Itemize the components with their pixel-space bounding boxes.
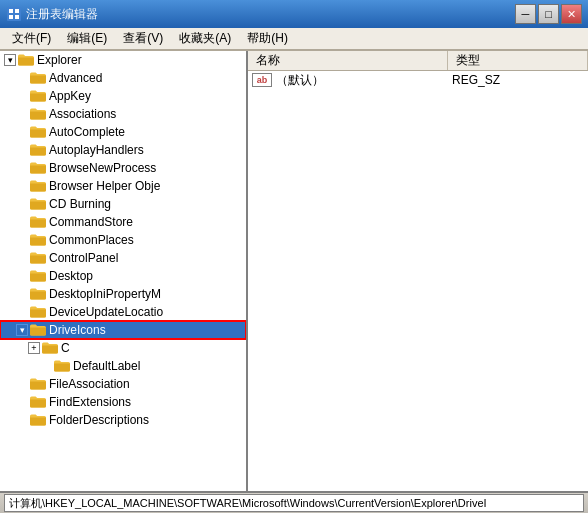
folder-icon-findext — [30, 395, 46, 409]
table-body: ab （默认） REG_SZ — [248, 71, 588, 491]
folder-icon-desktop — [30, 269, 46, 283]
cell-name: ab （默认） — [248, 72, 448, 89]
menu-edit[interactable]: 编辑(E) — [59, 28, 115, 49]
tree-item-autoplayhandlers[interactable]: AutoplayHandlers — [0, 141, 246, 159]
close-button[interactable]: ✕ — [561, 4, 582, 24]
no-expand-autocomplete — [16, 126, 28, 138]
main-content: ▾ Explorer Advanced AppKey Associations … — [0, 50, 588, 491]
tree-label-explorer: Explorer — [37, 53, 82, 67]
no-expand-advanced — [16, 72, 28, 84]
tree-item-fileassociation[interactable]: FileAssociation — [0, 375, 246, 393]
folder-icon-driveicons — [30, 323, 46, 337]
app-icon — [6, 6, 22, 22]
tree-item-commandstore[interactable]: CommandStore — [0, 213, 246, 231]
folder-icon-explorer — [18, 53, 34, 67]
no-expand-browsenewprocess — [16, 162, 28, 174]
tree-item-findextensions[interactable]: FindExtensions — [0, 393, 246, 411]
tree-label-advanced: Advanced — [49, 71, 102, 85]
no-expand-desktop — [16, 270, 28, 282]
tree-label-defaultlabel: DefaultLabel — [73, 359, 140, 373]
no-expand-associations — [16, 108, 28, 120]
tree-pane[interactable]: ▾ Explorer Advanced AppKey Associations … — [0, 51, 248, 491]
tree-item-autocomplete[interactable]: AutoComplete — [0, 123, 246, 141]
tree-item-defaultlabel[interactable]: DefaultLabel — [0, 357, 246, 375]
maximize-button[interactable]: □ — [538, 4, 559, 24]
tree-label-fa: FileAssociation — [49, 377, 130, 391]
tree-label-commonplaces: CommonPlaces — [49, 233, 134, 247]
tree-item-deviceupdatelocatio[interactable]: DeviceUpdateLocatio — [0, 303, 246, 321]
minimize-button[interactable]: ─ — [515, 4, 536, 24]
folder-icon-fa — [30, 377, 46, 391]
tree-item-cdburning[interactable]: CD Burning — [0, 195, 246, 213]
menu-favorites[interactable]: 收藏夹(A) — [171, 28, 239, 49]
folder-icon-appkey — [30, 89, 46, 103]
folder-icon-defaultlabel — [54, 359, 70, 373]
folder-icon-c — [42, 341, 58, 355]
tree-item-associations[interactable]: Associations — [0, 105, 246, 123]
tree-label-autoplayhandlers: AutoplayHandlers — [49, 143, 144, 157]
ab-icon: ab — [252, 73, 272, 87]
folder-icon-associations — [30, 107, 46, 121]
right-pane: 名称 类型 ab （默认） REG_SZ — [248, 51, 588, 491]
folder-icon-commonplaces — [30, 233, 46, 247]
tree-label-associations: Associations — [49, 107, 116, 121]
col-header-name: 名称 — [248, 51, 448, 70]
window-title: 注册表编辑器 — [26, 6, 515, 23]
tree-label-findext: FindExtensions — [49, 395, 131, 409]
menu-bar: 文件(F) 编辑(E) 查看(V) 收藏夹(A) 帮助(H) — [0, 28, 588, 50]
tree-item-c[interactable]: + C — [0, 339, 246, 357]
no-expand-commonplaces — [16, 234, 28, 246]
tree-item-browsenewprocess[interactable]: BrowseNewProcess — [0, 159, 246, 177]
tree-item-browserhelperobje[interactable]: Browser Helper Obje — [0, 177, 246, 195]
no-expand-defaultlabel — [40, 360, 52, 372]
no-expand-cdburning — [16, 198, 28, 210]
folder-icon-cdburning — [30, 197, 46, 211]
folder-icon-fd — [30, 413, 46, 427]
tree-label-desktop: Desktop — [49, 269, 93, 283]
no-expand-fa — [16, 378, 28, 390]
status-path: 计算机\HKEY_LOCAL_MACHINE\SOFTWARE\Microsof… — [4, 494, 584, 512]
tree-item-folderdescriptions[interactable]: FolderDescriptions — [0, 411, 246, 429]
title-bar: 注册表编辑器 ─ □ ✕ — [0, 0, 588, 28]
tree-label-commandstore: CommandStore — [49, 215, 133, 229]
tree-item-desktop[interactable]: Desktop — [0, 267, 246, 285]
window-controls: ─ □ ✕ — [515, 4, 582, 24]
col-header-type: 类型 — [448, 51, 588, 70]
tree-label-appkey: AppKey — [49, 89, 91, 103]
no-expand-findext — [16, 396, 28, 408]
svg-rect-1 — [9, 9, 13, 13]
svg-rect-3 — [9, 15, 13, 19]
tree-label-bho: Browser Helper Obje — [49, 179, 160, 193]
folder-icon-advanced — [30, 71, 46, 85]
menu-view[interactable]: 查看(V) — [115, 28, 171, 49]
status-bar: 计算机\HKEY_LOCAL_MACHINE\SOFTWARE\Microsof… — [0, 491, 588, 513]
no-expand-controlpanel — [16, 252, 28, 264]
tree-item-explorer[interactable]: ▾ Explorer — [0, 51, 246, 69]
expand-icon-explorer[interactable]: ▾ — [4, 54, 16, 66]
folder-icon-autoplayhandlers — [30, 143, 46, 157]
expand-icon-c[interactable]: + — [28, 342, 40, 354]
folder-icon-dul — [30, 305, 46, 319]
folder-icon-controlpanel — [30, 251, 46, 265]
table-row[interactable]: ab （默认） REG_SZ — [248, 71, 588, 89]
tree-item-advanced[interactable]: Advanced — [0, 69, 246, 87]
tree-item-controlpanel[interactable]: ControlPanel — [0, 249, 246, 267]
folder-icon-commandstore — [30, 215, 46, 229]
no-expand-dip — [16, 288, 28, 300]
menu-file[interactable]: 文件(F) — [4, 28, 59, 49]
no-expand-fd — [16, 414, 28, 426]
tree-item-commonplaces[interactable]: CommonPlaces — [0, 231, 246, 249]
tree-item-driveicons[interactable]: ▾ DriveIcons — [0, 321, 246, 339]
tree-label-browsenewprocess: BrowseNewProcess — [49, 161, 156, 175]
tree-item-desktopinipropertym[interactable]: DesktopIniPropertyM — [0, 285, 246, 303]
tree-item-appkey[interactable]: AppKey — [0, 87, 246, 105]
no-expand-autoplayhandlers — [16, 144, 28, 156]
menu-help[interactable]: 帮助(H) — [239, 28, 296, 49]
folder-icon-browsenewprocess — [30, 161, 46, 175]
cell-type: REG_SZ — [448, 73, 588, 87]
expand-icon-driveicons[interactable]: ▾ — [16, 324, 28, 336]
folder-icon-dip — [30, 287, 46, 301]
no-expand-dul — [16, 306, 28, 318]
tree-label-autocomplete: AutoComplete — [49, 125, 125, 139]
svg-rect-2 — [15, 9, 19, 13]
